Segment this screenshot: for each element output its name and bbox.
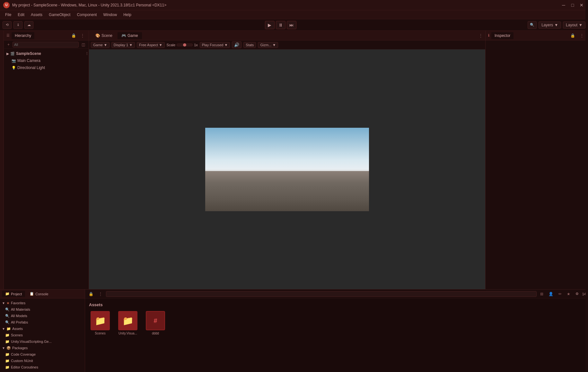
favorites-icon: ★ (6, 301, 10, 305)
search-icon-models: 🔍 (5, 314, 10, 318)
scene-tab[interactable]: 🎨 Scene (92, 32, 116, 39)
scale-control: Scale 1x (167, 43, 198, 47)
layers-label: Layers (541, 23, 553, 27)
asset-dddd[interactable]: # dddd (144, 311, 167, 335)
assets-star-icon[interactable]: ★ (565, 291, 572, 297)
audio-btn[interactable]: 🔊 (232, 41, 241, 48)
menu-edit[interactable]: Edit (15, 12, 27, 18)
play-focused-dropdown[interactable]: Play Focused ▼ (200, 42, 230, 48)
menu-assets[interactable]: Assets (28, 12, 45, 18)
display1-arrow: ▼ (129, 43, 133, 47)
hierarchy-scene[interactable]: ▶ 🎬 SampleScene ⋮ (4, 50, 89, 57)
hierarchy-more-icon[interactable]: ⋮ (79, 33, 86, 39)
aspect-dropdown[interactable]: Free Aspect ▼ (137, 42, 165, 48)
inspector-tab[interactable]: Inspector (491, 32, 513, 39)
assets-toolbar: 🔒 ⋮ ⊞ 👤 ✏ ★ ⚙ 14 (85, 290, 588, 298)
inspector-header: ℹ Inspector 🔒 ⋮ (486, 31, 588, 40)
cn-icon: 📁 (5, 359, 10, 363)
inspector-more-icon[interactable]: ⋮ (578, 33, 585, 39)
menu-file[interactable]: File (3, 12, 14, 18)
layers-dropdown[interactable]: Layers ▼ (539, 22, 561, 29)
search-icon-prefabs: 🔍 (5, 320, 10, 324)
asset-dddd-label: dddd (152, 332, 159, 335)
toolbar-dropdown-btn[interactable]: ⇓ (13, 21, 22, 29)
game-tab[interactable]: 🎮 Game (118, 32, 142, 39)
assets-person-icon[interactable]: 👤 (547, 291, 555, 297)
project-tree: ▼ ★ Favorites 🔍 All Materials 🔍 All Mode… (0, 298, 85, 372)
hierarchy-directional-light[interactable]: 💡 Directional Light (4, 64, 89, 71)
view-tabs-more[interactable]: ⋮ (479, 33, 483, 38)
ground (205, 171, 369, 211)
step-button[interactable]: ⏭ (287, 21, 296, 29)
assets-grid-icon[interactable]: ⊞ (539, 291, 545, 297)
hierarchy-search[interactable] (13, 42, 79, 48)
hierarchy-lock-icon[interactable]: 🔒 (70, 33, 78, 39)
tree-all-models[interactable]: 🔍 All Models (0, 313, 85, 319)
asset-scenes[interactable]: 📁 Scenes (89, 311, 111, 335)
app-icon: U (3, 2, 10, 8)
close-button[interactable]: ✕ (578, 2, 585, 8)
toolbar-history-btn[interactable]: ⟲ (3, 21, 12, 29)
minimize-button[interactable]: ─ (560, 2, 567, 8)
tree-scenes[interactable]: 📁 Scenes (0, 332, 85, 338)
hierarchy-content: ▶ 🎬 SampleScene ⋮ 📷 Main Camera 💡 Direct… (4, 49, 89, 289)
toolbar: ⟲ ⇓ ☁ ▶ ⏸ ⏭ 🔍 Layers ▼ Layout ▼ (0, 19, 588, 31)
assets-more-icon[interactable]: ⋮ (97, 291, 104, 297)
menu-gameobject[interactable]: GameObject (46, 12, 73, 18)
scale-slider[interactable] (177, 44, 193, 46)
gizmos-btn[interactable]: Gizm... ▼ (258, 42, 278, 48)
assets-edit-icon[interactable]: ✏ (557, 291, 563, 297)
hierarchy-add-btn[interactable]: + (6, 42, 11, 48)
layout-label: Layout (566, 23, 577, 27)
view-tabs: 🎨 Scene 🎮 Game ⋮ (89, 31, 485, 40)
assets-search-input[interactable] (106, 291, 537, 297)
hierarchy-main-camera[interactable]: 📷 Main Camera (4, 57, 89, 64)
menu-help[interactable]: Help (121, 12, 134, 18)
tree-visual-scripting[interactable]: 📁 Unity.VisualScripting.Ge... (0, 338, 85, 345)
toolbar-cloud-btn[interactable]: ☁ (24, 21, 33, 29)
tree-all-prefabs[interactable]: 🔍 All Prefabs (0, 319, 85, 325)
hierarchy-panel: ☰ Hierarchy 🔒 ⋮ + ◫ ▶ 🎬 SampleScene ⋮ 📷 (4, 31, 89, 289)
asset-scenes-label: Scenes (95, 332, 105, 335)
menu-window[interactable]: Window (101, 12, 119, 18)
title-bar-text: My project - SampleScene - Windows, Mac,… (12, 3, 560, 7)
tree-assets[interactable]: ▼ 📁 Assets (0, 325, 85, 332)
hierarchy-tab[interactable]: Hierarchy (12, 32, 34, 39)
packages-icon: 📦 (6, 346, 11, 350)
assets-lock-icon[interactable]: 🔒 (87, 291, 95, 297)
hierarchy-filter-btn[interactable]: ◫ (80, 42, 87, 48)
game-toolbar: Game ▼ Display 1 ▼ Free Aspect ▼ Scale 1… (89, 40, 485, 49)
tree-packages[interactable]: ▼ 📦 Packages (0, 345, 85, 351)
maximize-button[interactable]: □ (569, 2, 576, 8)
bottom-right-panel: 🔒 ⋮ ⊞ 👤 ✏ ★ ⚙ 14 Assets 📁 Scenes (85, 290, 588, 372)
inspector-lock-icon[interactable]: 🔒 (570, 33, 575, 38)
layout-dropdown[interactable]: Layout ▼ (563, 22, 585, 29)
vs-icon: 📁 (5, 340, 10, 344)
pause-button[interactable]: ⏸ (276, 21, 285, 29)
main-area: ☰ Hierarchy 🔒 ⋮ + ◫ ▶ 🎬 SampleScene ⋮ 📷 (0, 31, 588, 289)
tree-all-materials[interactable]: 🔍 All Materials (0, 306, 85, 313)
stats-btn[interactable]: Stats (243, 42, 256, 48)
gizmos-arrow: ▼ (272, 43, 276, 47)
ec-icon: 📁 (5, 365, 10, 369)
tree-editor-coroutines[interactable]: 📁 Editor Coroutines (0, 364, 85, 370)
game-display-dropdown[interactable]: Game ▼ (91, 42, 110, 48)
light-icon: 💡 (12, 66, 16, 70)
toolbar-search-btn[interactable]: 🔍 (528, 21, 537, 29)
play-button[interactable]: ▶ (265, 21, 275, 29)
tree-custom-nunit[interactable]: 📁 Custom NUnit (0, 358, 85, 364)
console-tab[interactable]: 📋 Console (26, 291, 51, 297)
title-bar-controls: ─ □ ✕ (560, 2, 585, 8)
tree-rider-editor[interactable]: 📁 JetBrains Rider Editor (0, 370, 85, 372)
tree-code-coverage[interactable]: 📁 Code Coverage (0, 351, 85, 358)
tree-favorites[interactable]: ▼ ★ Favorites (0, 300, 85, 306)
display1-dropdown[interactable]: Display 1 ▼ (111, 42, 135, 48)
scene-more-icon[interactable]: ⋮ (85, 52, 89, 56)
assets-content: Assets 📁 Scenes 📁 Unity.Visua... (85, 298, 588, 372)
tree-scrollbar[interactable] (585, 0, 588, 372)
project-tab[interactable]: 📁 Project (2, 291, 25, 297)
asset-unity-visual[interactable]: 📁 Unity.Visua... (117, 311, 139, 335)
assets-panel-title: Assets (89, 302, 584, 307)
layers-arrow: ▼ (554, 23, 558, 27)
menu-component[interactable]: Component (74, 12, 99, 18)
